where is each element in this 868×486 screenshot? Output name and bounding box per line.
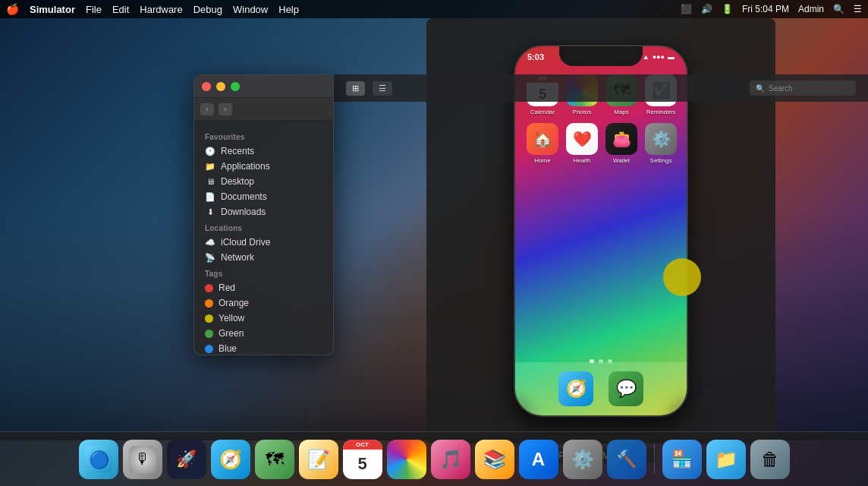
dock-icon-books[interactable]: 📚 xyxy=(475,440,514,479)
sidebar-item-applications-label: Applications xyxy=(221,161,270,172)
sidebar-item-network[interactable]: 📡 Network xyxy=(194,250,333,265)
sidebar-item-documents-label: Documents xyxy=(221,191,267,202)
menubar-datetime: Fri 5:04 PM xyxy=(742,4,789,14)
menubar-debug[interactable]: Debug xyxy=(193,4,222,15)
applications-icon: 📁 xyxy=(205,161,215,172)
dock-icon-photos[interactable] xyxy=(387,440,426,479)
sidebar-item-tag-orange[interactable]: Orange xyxy=(194,295,333,311)
tag-yellow-dot xyxy=(205,314,213,323)
search-box[interactable]: 🔍 Search xyxy=(750,80,856,96)
tags-section-label: Tags xyxy=(194,265,333,280)
menubar-right: ⬛ 🔊 🔋 Fri 5:04 PM Admin 🔍 ☰ xyxy=(681,4,862,14)
ios-home-label: Home xyxy=(534,157,550,164)
window-maximize-button[interactable] xyxy=(231,82,240,91)
tag-green-dot xyxy=(205,330,213,338)
ios-dock-messages[interactable]: 💬 xyxy=(609,371,643,406)
finder-sidebar: Favourites 🕐 Recents 📁 Applications 🖥 De… xyxy=(194,121,333,355)
dock-separator xyxy=(654,444,655,475)
ios-calendar-label: Calendar xyxy=(530,109,555,115)
sidebar-item-icloud[interactable]: ☁️ iCloud Drive xyxy=(194,235,333,250)
downloads-icon: ⬇ xyxy=(205,207,215,217)
menubar-controls-icon[interactable]: ☰ xyxy=(854,4,862,14)
menubar-app-name[interactable]: Simulator xyxy=(30,4,75,15)
iphone-notch xyxy=(559,46,643,66)
menubar-screen-icon: ⬛ xyxy=(681,4,692,14)
sidebar-item-tag-yellow[interactable]: Yellow xyxy=(194,311,333,326)
dock-icon-calendar[interactable]: OCT 5 xyxy=(343,440,382,479)
sidebar-item-applications[interactable]: 📁 Applications xyxy=(194,159,333,174)
tag-red-label: Red xyxy=(219,282,235,293)
sidebar-item-tag-green[interactable]: Green xyxy=(194,326,333,341)
ios-app-home[interactable]: 🏠 Home xyxy=(527,123,558,164)
documents-icon: 📄 xyxy=(205,191,215,202)
finder-toolbar: ‹ › xyxy=(194,98,333,121)
sidebar-item-network-label: Network xyxy=(221,252,254,263)
wifi-icon: ▲ xyxy=(643,53,649,61)
finder-window: ‹ › Favourites 🕐 Recents 📁 Applications … xyxy=(193,74,334,355)
ios-dock-safari[interactable]: 🧭 xyxy=(558,371,593,406)
locations-section-label: Locations xyxy=(194,219,333,235)
menubar-search-icon[interactable]: 🔍 xyxy=(833,4,844,14)
dock-icon-notes[interactable]: 📝 xyxy=(299,440,338,479)
apple-menu[interactable]: 🍎 xyxy=(6,3,19,15)
menubar-hardware[interactable]: Hardware xyxy=(140,4,182,15)
finder-forward-button[interactable]: › xyxy=(219,103,232,115)
status-icons: ▲ ●●● ▬ xyxy=(643,53,675,61)
svg-text:🔵: 🔵 xyxy=(88,450,109,470)
dock-icon-safari[interactable]: 🧭 xyxy=(211,440,250,479)
network-icon: 📡 xyxy=(205,252,215,263)
tag-orange-label: Orange xyxy=(219,298,249,308)
menubar: 🍎 Simulator File Edit Hardware Debug Win… xyxy=(0,0,868,18)
sidebar-item-recents[interactable]: 🕐 Recents xyxy=(194,144,333,159)
window-close-button[interactable] xyxy=(202,82,211,91)
dock-icon-appstore[interactable]: A xyxy=(519,440,558,479)
menubar-edit[interactable]: Edit xyxy=(112,4,129,15)
dock-icon-xcode[interactable]: 🔨 xyxy=(607,440,646,479)
ios-health-label: Health xyxy=(573,157,590,164)
ios-app-health[interactable]: ❤️ Health xyxy=(566,123,598,164)
menubar-admin[interactable]: Admin xyxy=(798,4,824,14)
menubar-battery-icon: 🔋 xyxy=(722,4,733,14)
menubar-left: 🍎 Simulator File Edit Hardware Debug Win… xyxy=(6,3,299,15)
dock-icon-finder2[interactable]: 📁 xyxy=(706,440,746,479)
ios-reminders-label: Reminders xyxy=(646,109,676,115)
menubar-window[interactable]: Window xyxy=(233,4,268,15)
finder-back-button[interactable]: ‹ xyxy=(200,103,214,115)
dock-icon-music[interactable]: 🎵 xyxy=(431,440,470,479)
sidebar-item-downloads[interactable]: ⬇ Downloads xyxy=(194,204,333,219)
tag-blue-dot xyxy=(205,345,213,353)
tag-yellow-label: Yellow xyxy=(219,313,244,323)
window-minimize-button[interactable] xyxy=(216,82,225,91)
ios-maps-label: Maps xyxy=(614,109,629,115)
view-segment-grid[interactable]: ⊞ xyxy=(346,81,365,96)
sidebar-item-tag-red[interactable]: Red xyxy=(194,280,333,295)
desktop-icon: 🖥 xyxy=(205,176,215,187)
tag-blue-label: Blue xyxy=(219,343,237,354)
dock-icon-maps[interactable]: 🗺 xyxy=(255,440,294,479)
sidebar-item-recents-label: Recents xyxy=(221,146,254,156)
status-time: 5:03 xyxy=(527,52,544,62)
dock-icon-appstore2[interactable]: 🏪 xyxy=(662,440,702,479)
dock-icon-system-preferences[interactable]: ⚙️ xyxy=(563,440,602,479)
menubar-volume-icon[interactable]: 🔊 xyxy=(701,4,712,14)
menubar-help[interactable]: Help xyxy=(278,4,299,15)
sidebar-item-desktop-label: Desktop xyxy=(221,176,254,187)
ios-app-settings[interactable]: ⚙️ Settings xyxy=(645,123,677,164)
ios-app-wallet[interactable]: 👛 Wallet xyxy=(605,123,637,164)
sidebar-item-tag-blue[interactable]: Blue xyxy=(194,341,333,355)
tag-green-label: Green xyxy=(219,328,244,339)
dock-icon-siri[interactable]: 🎙 xyxy=(123,440,162,479)
dock-icon-finder[interactable]: 🔵 xyxy=(79,440,118,479)
sidebar-item-documents[interactable]: 📄 Documents xyxy=(194,189,333,204)
view-segment-list[interactable]: ☰ xyxy=(373,81,392,96)
dock-icon-trash[interactable]: 🗑 xyxy=(750,440,790,479)
sidebar-item-desktop[interactable]: 🖥 Desktop xyxy=(194,174,333,189)
battery-icon: ▬ xyxy=(668,53,675,61)
iphone-dock-bar: 🧭 💬 xyxy=(515,362,687,415)
ios-settings-label: Settings xyxy=(650,157,672,164)
dock-icon-launchpad[interactable]: 🚀 xyxy=(167,440,206,479)
search-placeholder: Search xyxy=(769,84,793,93)
menubar-file[interactable]: File xyxy=(86,4,102,15)
favourites-section-label: Favourites xyxy=(194,128,333,144)
macos-dock: 🔵 🎙 🚀 🧭 🗺 📝 OCT 5 🎵 📚 A ⚙️ xyxy=(0,431,868,486)
